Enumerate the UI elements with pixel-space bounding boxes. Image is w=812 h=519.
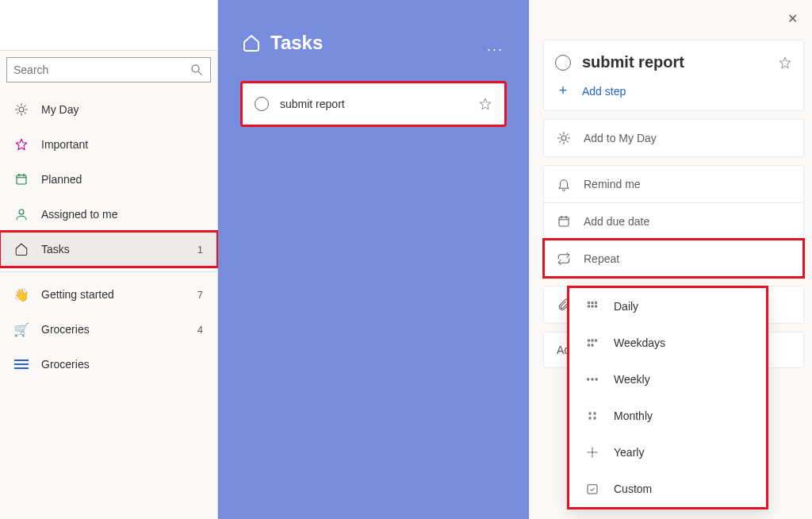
- person-icon: [14, 207, 29, 221]
- svg-point-44: [592, 379, 593, 380]
- add-step-button[interactable]: + Add step: [544, 78, 803, 110]
- svg-point-43: [588, 379, 589, 380]
- svg-point-39: [592, 340, 593, 341]
- sidebar-item-planned[interactable]: Planned: [0, 162, 217, 197]
- repeat-option-custom[interactable]: Custom: [569, 471, 766, 507]
- list-title: Tasks: [270, 32, 323, 54]
- complete-circle[interactable]: [555, 55, 571, 71]
- sidebar-item-assigned[interactable]: Assigned to me: [0, 197, 217, 232]
- monthly-icon: [585, 409, 599, 423]
- add-step-label: Add step: [582, 85, 626, 98]
- sidebar-item-tasks[interactable]: Tasks 1: [0, 232, 217, 267]
- sidebar: My Day Important Planned Assigned to me …: [0, 0, 218, 519]
- svg-point-47: [594, 413, 596, 414]
- sidebar-item-label: Groceries: [41, 323, 90, 336]
- complete-circle[interactable]: [255, 97, 269, 111]
- svg-marker-11: [16, 139, 27, 150]
- sidebar-list-groceries-2[interactable]: Groceries: [0, 347, 217, 382]
- yearly-icon: [585, 445, 599, 459]
- svg-point-0: [192, 65, 199, 72]
- repeat-option-yearly[interactable]: Yearly: [569, 434, 766, 471]
- sidebar-item-label: Tasks: [41, 243, 70, 256]
- svg-line-8: [25, 113, 26, 114]
- svg-line-7: [17, 106, 19, 107]
- svg-line-1: [198, 71, 201, 75]
- star-icon[interactable]: [478, 97, 492, 111]
- svg-point-45: [596, 379, 597, 380]
- repeat-option-label: Custom: [614, 482, 652, 495]
- repeat-option-label: Weekdays: [614, 336, 665, 349]
- repeat-row[interactable]: Repeat: [544, 240, 803, 277]
- search-icon: [190, 63, 204, 77]
- svg-point-50: [592, 452, 593, 453]
- sidebar-item-important[interactable]: Important: [0, 127, 217, 162]
- schedule-card: Remind me Add due date Repeat: [543, 165, 804, 278]
- sidebar-item-count: 1: [197, 244, 203, 256]
- search-box[interactable]: [6, 57, 211, 83]
- sidebar-item-count: 7: [197, 289, 203, 301]
- task-title-card: submit report + Add step: [543, 40, 804, 111]
- svg-point-2: [19, 107, 24, 112]
- remind-label: Remind me: [584, 178, 641, 190]
- repeat-popover: Daily Weekdays Weekly Monthly Yearly: [569, 287, 767, 508]
- sidebar-item-my-day[interactable]: My Day: [0, 92, 217, 127]
- svg-rect-12: [17, 175, 26, 184]
- svg-point-41: [588, 344, 589, 346]
- svg-point-33: [592, 302, 593, 303]
- remind-row[interactable]: Remind me: [544, 166, 803, 202]
- daily-icon: [585, 299, 599, 313]
- task-item[interactable]: submit report: [242, 83, 505, 125]
- repeat-icon: [557, 252, 571, 266]
- weekly-icon: [585, 372, 599, 386]
- sidebar-list-getting-started[interactable]: 👋 Getting started 7: [0, 277, 217, 312]
- svg-point-40: [595, 340, 596, 341]
- svg-line-27: [567, 134, 569, 136]
- svg-line-9: [17, 113, 19, 114]
- svg-marker-17: [480, 98, 491, 110]
- weekdays-icon: [585, 336, 599, 350]
- repeat-option-label: Weekly: [614, 373, 650, 386]
- task-title[interactable]: submit report: [582, 53, 767, 71]
- cart-icon: 🛒: [14, 322, 29, 336]
- repeat-option-label: Yearly: [614, 446, 644, 459]
- svg-point-48: [589, 417, 591, 419]
- list-icon: [14, 357, 29, 371]
- sidebar-item-label: Getting started: [41, 288, 114, 301]
- task-list-panel: Tasks ··· submit report: [218, 0, 529, 519]
- due-date-row[interactable]: Add due date: [544, 202, 803, 240]
- sidebar-divider: [0, 271, 217, 272]
- star-icon[interactable]: [778, 56, 792, 70]
- search-input[interactable]: [13, 63, 190, 76]
- repeat-option-weekdays[interactable]: Weekdays: [569, 325, 766, 361]
- svg-point-46: [589, 413, 591, 414]
- svg-point-35: [588, 306, 589, 307]
- more-button[interactable]: ···: [487, 41, 504, 58]
- svg-point-49: [594, 417, 596, 419]
- bell-icon: [557, 177, 571, 191]
- svg-marker-18: [779, 57, 791, 68]
- repeat-label: Repeat: [584, 252, 619, 265]
- list-header: Tasks: [242, 32, 505, 54]
- repeat-option-monthly[interactable]: Monthly: [569, 398, 766, 434]
- svg-point-37: [595, 306, 596, 307]
- repeat-option-label: Monthly: [614, 409, 653, 422]
- sun-icon: [557, 131, 571, 145]
- svg-point-34: [595, 302, 596, 303]
- svg-point-42: [592, 344, 593, 346]
- repeat-option-weekly[interactable]: Weekly: [569, 361, 766, 398]
- svg-point-38: [588, 340, 589, 341]
- task-label: submit report: [280, 98, 345, 110]
- repeat-option-daily[interactable]: Daily: [569, 288, 766, 325]
- add-to-my-day-row[interactable]: Add to My Day: [543, 119, 804, 157]
- sun-icon: [14, 102, 29, 117]
- svg-line-25: [567, 141, 569, 143]
- sidebar-nav: My Day Important Planned Assigned to me …: [0, 89, 217, 382]
- svg-point-32: [588, 302, 589, 303]
- wave-icon: 👋: [14, 287, 29, 302]
- svg-point-16: [19, 210, 24, 214]
- close-button[interactable]: ✕: [787, 11, 798, 26]
- sidebar-list-groceries-1[interactable]: 🛒 Groceries 4: [0, 312, 217, 347]
- sidebar-item-count: 4: [197, 324, 203, 336]
- svg-line-24: [560, 134, 561, 136]
- svg-line-26: [560, 141, 561, 143]
